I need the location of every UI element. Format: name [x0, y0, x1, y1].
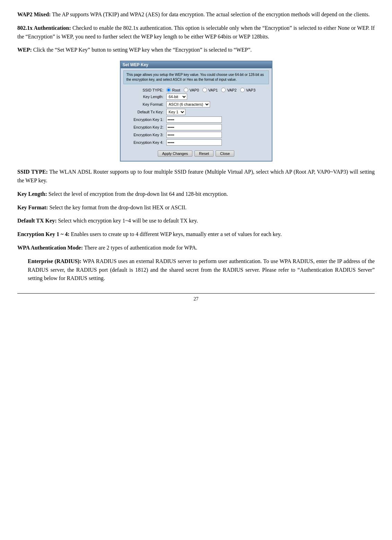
enc-key3-cell	[165, 131, 269, 139]
auth-term: 802.1x Authentication:	[17, 25, 71, 31]
key-length-label: Key Length:	[123, 93, 165, 101]
radio-vap1[interactable]	[202, 88, 207, 92]
radio-root[interactable]	[166, 88, 171, 92]
enc-key1-input[interactable]	[166, 116, 222, 123]
wep-dialog[interactable]: Set WEP Key This page allows you setup t…	[120, 61, 272, 162]
enc-key-paragraph: Encryption Key 1 ~ 4: Enables users to c…	[17, 230, 375, 239]
key-length-select[interactable]: 64-bit 128-bit	[166, 94, 187, 100]
enc-key3-input[interactable]	[166, 132, 222, 138]
dialog-buttons: Apply Changes Reset Close	[123, 149, 269, 159]
enc-key2-label: Encryption Key 2:	[123, 123, 165, 131]
page-number: 27	[17, 293, 375, 302]
key-format-paragraph: Key Format: Select the key format from t…	[17, 203, 375, 212]
wap2-term: WAP2 Mixed:	[17, 11, 51, 17]
ssid-text: The WLAN ADSL Router supports up to four…	[17, 169, 375, 183]
enc-key4-label: Encryption Key 4:	[123, 139, 165, 146]
auth-text: Checked to enable the 802.1x authenticat…	[17, 25, 375, 40]
key-format-select[interactable]: ASCII (6 characters) HEX	[166, 101, 210, 107]
key-length-text: Select the level of encryption from the …	[47, 191, 228, 197]
radio-group-ssid: Root VAP0 VAP1 VAP2 VAP3	[166, 88, 268, 92]
dialog-body: This page allows you setup the WEP key v…	[121, 68, 272, 161]
enc-key2-cell	[165, 123, 269, 131]
default-tx-label: Default Tx Key:	[123, 108, 165, 116]
default-tx-cell: Key 1 Key 2 Key 3 Key 4	[165, 108, 269, 116]
enc-key4-cell	[165, 139, 269, 146]
enc-key2-input[interactable]	[166, 124, 222, 130]
default-tx-text: Select which encryption key 1~4 will be …	[56, 218, 198, 224]
radio-vap0[interactable]	[184, 88, 188, 92]
wpa-auth-paragraph: WPA Authentication Mode: There are 2 typ…	[17, 244, 375, 252]
close-button[interactable]: Close	[216, 150, 234, 157]
radio-vap3-label: VAP3	[246, 88, 255, 92]
radio-vap1-label: VAP1	[208, 88, 218, 92]
wap2-paragraph: WAP2 Mixed: The AP supports WPA (TKIP) a…	[17, 10, 375, 19]
enterprise-term: Enterprise (RADIUS):	[28, 258, 81, 264]
ssid-term: SSID TYPE:	[17, 169, 48, 175]
ssid-type-row: SSID TYPE: Root VAP0 VAP1 VAP2	[123, 87, 269, 93]
radio-vap0-label: VAP0	[190, 88, 199, 92]
ssid-paragraph: SSID TYPE: The WLAN ADSL Router supports…	[17, 168, 375, 185]
wap2-text: The AP supports WPA (TKIP) and WPA2 (AES…	[51, 11, 369, 17]
enc-key-text: Enables users to create up to 4 differen…	[70, 231, 282, 237]
default-tx-term: Default TX Key:	[17, 218, 56, 224]
default-tx-paragraph: Default TX Key: Select which encryption …	[17, 217, 375, 225]
key-length-cell: 64-bit 128-bit	[165, 93, 269, 101]
enc-key1-label: Encryption Key 1:	[123, 116, 165, 123]
enc-key3-label: Encryption Key 3:	[123, 131, 165, 139]
enterprise-paragraph: Enterprise (RADIUS): WPA RADIUS uses an …	[17, 257, 375, 283]
enc-key2-row: Encryption Key 2:	[123, 123, 269, 131]
apply-button[interactable]: Apply Changes	[158, 150, 193, 157]
enc-key3-row: Encryption Key 3:	[123, 131, 269, 139]
wpa-auth-text: There are 2 types of authentication mode…	[83, 245, 197, 251]
key-length-term: Key Length:	[17, 191, 47, 197]
enc-key-term: Encryption Key 1 ~ 4:	[17, 231, 70, 237]
wep-dialog-container: Set WEP Key This page allows you setup t…	[17, 61, 375, 162]
key-format-term: Key Format:	[17, 204, 48, 210]
reset-button[interactable]: Reset	[194, 150, 214, 157]
key-format-text: Select the key format from the drop-down…	[48, 204, 186, 210]
ssid-type-radios: Root VAP0 VAP1 VAP2 VAP3	[165, 87, 269, 93]
enc-key1-row: Encryption Key 1:	[123, 116, 269, 123]
wep-form-table: SSID TYPE: Root VAP0 VAP1 VAP2	[123, 87, 269, 146]
key-format-cell: ASCII (6 characters) HEX	[165, 101, 269, 108]
enc-key4-input[interactable]	[166, 139, 222, 146]
wep-paragraph: WEP: Click the “Set WEP Key” button to s…	[17, 46, 375, 54]
dialog-titlebar: Set WEP Key	[121, 61, 272, 68]
page-number-text: 27	[194, 296, 199, 302]
auth-paragraph: 802.1x Authentication: Checked to enable…	[17, 24, 375, 41]
key-length-row: Key Length: 64-bit 128-bit	[123, 93, 269, 101]
wep-term: WEP:	[17, 47, 32, 53]
enc-key1-cell	[165, 116, 269, 123]
radio-vap2-label: VAP2	[227, 88, 236, 92]
radio-vap2[interactable]	[221, 88, 226, 92]
radio-vap3[interactable]	[240, 88, 245, 92]
page-content: WAP2 Mixed: The AP supports WPA (TKIP) a…	[17, 10, 375, 302]
key-format-row: Key Format: ASCII (6 characters) HEX	[123, 101, 269, 108]
dialog-title: Set WEP Key	[123, 62, 148, 67]
default-tx-row: Default Tx Key: Key 1 Key 2 Key 3 Key 4	[123, 108, 269, 116]
default-tx-select[interactable]: Key 1 Key 2 Key 3 Key 4	[166, 109, 185, 115]
ssid-type-label: SSID TYPE:	[123, 87, 165, 93]
radio-root-label: Root	[172, 88, 180, 92]
wep-text: Click the “Set WEP Key” button to settin…	[32, 47, 252, 53]
wpa-auth-term: WPA Authentication Mode:	[17, 245, 83, 251]
enc-key4-row: Encryption Key 4:	[123, 139, 269, 146]
dialog-info: This page allows you setup the WEP key v…	[123, 70, 269, 84]
key-length-paragraph: Key Length: Select the level of encrypti…	[17, 190, 375, 199]
key-format-label: Key Format:	[123, 101, 165, 108]
